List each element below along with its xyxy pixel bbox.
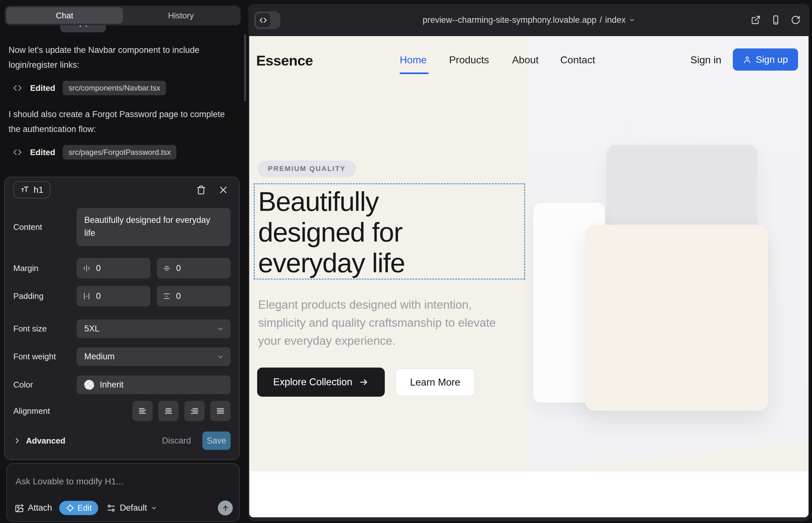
padding-x-value: 0 bbox=[96, 291, 101, 301]
selected-element-pill[interactable]: h1 bbox=[13, 181, 50, 198]
margin-y-input[interactable]: 0 bbox=[157, 258, 231, 278]
code-icon bbox=[259, 16, 267, 24]
refresh-icon[interactable] bbox=[791, 15, 800, 25]
chat-history-tabs: Chat History bbox=[5, 6, 241, 25]
tab-chat[interactable]: Chat bbox=[6, 7, 123, 24]
edited-label: Edited bbox=[30, 83, 55, 93]
explore-collection-button[interactable]: Explore Collection bbox=[257, 367, 385, 397]
color-label: Color bbox=[13, 380, 77, 390]
color-value: Inherit bbox=[100, 380, 124, 390]
discard-button[interactable]: Discard bbox=[162, 436, 191, 446]
tab-history[interactable]: History bbox=[123, 7, 240, 24]
color-select[interactable]: Inherit bbox=[77, 376, 231, 394]
edited-file-chip[interactable]: src/pages/ForgotPassword.tsx bbox=[63, 145, 176, 160]
padding-y-input[interactable]: 0 bbox=[157, 286, 231, 306]
explore-label: Explore Collection bbox=[273, 376, 352, 388]
app-root: Chat History Now let's update the Navbar… bbox=[0, 0, 812, 523]
learn-more-button[interactable]: Learn More bbox=[395, 368, 475, 396]
font-weight-select[interactable]: Medium bbox=[77, 347, 231, 366]
chevron-down-icon bbox=[151, 505, 157, 511]
editor-footer: Advanced Discard Save bbox=[5, 432, 239, 450]
chat-message: I should also create a Forgot Password p… bbox=[8, 107, 232, 137]
url-separator: / bbox=[600, 15, 602, 25]
arrow-up-icon bbox=[222, 504, 230, 512]
mobile-view-icon[interactable] bbox=[771, 15, 781, 25]
open-external-icon[interactable] bbox=[751, 15, 761, 25]
attach-button[interactable]: Attach bbox=[15, 503, 52, 513]
padding-label: Padding bbox=[13, 291, 77, 301]
save-button[interactable]: Save bbox=[202, 432, 231, 450]
padding-row: Padding 0 0 bbox=[5, 286, 239, 306]
nav-link-about[interactable]: About bbox=[512, 54, 539, 66]
edited-file-chip[interactable]: src/components/Navbar.tsx bbox=[63, 81, 166, 95]
margin-row: Margin 0 0 bbox=[5, 258, 239, 278]
close-icon bbox=[218, 185, 228, 195]
image-plus-icon bbox=[15, 503, 24, 513]
chat-sidebar: Chat History Now let's update the Navbar… bbox=[0, 0, 247, 523]
font-size-select[interactable]: 5XL bbox=[77, 320, 231, 338]
padding-vertical-icon bbox=[162, 292, 171, 301]
nav-link-home[interactable]: Home bbox=[400, 54, 427, 66]
font-weight-row: Font weight Medium bbox=[5, 347, 239, 366]
font-weight-value: Medium bbox=[84, 352, 114, 362]
align-right-icon bbox=[190, 406, 199, 416]
padding-x-input[interactable]: 0 bbox=[77, 286, 151, 306]
code-icon bbox=[13, 83, 22, 93]
content-label: Content bbox=[13, 222, 77, 232]
delete-element-button[interactable] bbox=[194, 183, 208, 197]
align-center-button[interactable] bbox=[158, 401, 179, 421]
mode-label: Default bbox=[120, 503, 147, 513]
content-row: Content Beautifully designed for everyda… bbox=[5, 208, 239, 246]
code-preview-toggle[interactable] bbox=[254, 12, 280, 29]
preview-browser-frame: preview--charming-site-symphony.lovable.… bbox=[248, 4, 810, 521]
target-icon bbox=[66, 504, 74, 512]
chevron-down-icon bbox=[217, 325, 224, 333]
chevron-right-icon bbox=[13, 437, 21, 445]
signin-link[interactable]: Sign in bbox=[690, 54, 721, 66]
close-editor-button[interactable] bbox=[216, 183, 231, 197]
send-button[interactable] bbox=[218, 501, 233, 516]
font-size-value: 5XL bbox=[84, 324, 100, 334]
align-center-icon bbox=[164, 406, 173, 416]
user-icon bbox=[743, 55, 752, 64]
padding-y-value: 0 bbox=[176, 291, 181, 301]
hero-graphic-cream-card bbox=[585, 225, 768, 411]
font-size-row: Font size 5XL bbox=[5, 320, 239, 338]
align-justify-icon bbox=[216, 406, 225, 416]
alignment-row: Alignment bbox=[5, 401, 239, 421]
typography-icon bbox=[20, 185, 30, 195]
code-toggle-knob[interactable] bbox=[255, 12, 271, 28]
nav-link-contact[interactable]: Contact bbox=[560, 54, 595, 66]
sliders-icon bbox=[106, 503, 116, 513]
attach-label: Attach bbox=[28, 503, 52, 513]
align-left-button[interactable] bbox=[133, 401, 153, 421]
sidebar-scrollbar[interactable] bbox=[244, 34, 246, 101]
hero-heading[interactable]: Beautifullydesigned foreveryday life bbox=[258, 186, 405, 278]
align-right-button[interactable] bbox=[184, 401, 205, 421]
advanced-label: Advanced bbox=[26, 436, 65, 446]
content-input[interactable]: Beautifully designed for everyday life bbox=[77, 208, 231, 246]
tab-history-label: History bbox=[168, 11, 194, 21]
url-bar[interactable]: preview--charming-site-symphony.lovable.… bbox=[423, 15, 635, 25]
nav-link-products[interactable]: Products bbox=[449, 54, 489, 66]
mode-select[interactable]: Default bbox=[106, 503, 157, 513]
element-tag-label: h1 bbox=[34, 185, 43, 195]
edit-mode-button[interactable]: Edit bbox=[59, 501, 99, 515]
site-viewport: Essence Home Products About Contact Sign… bbox=[249, 36, 809, 517]
margin-horizontal-icon bbox=[82, 264, 91, 273]
next-section-background bbox=[249, 471, 809, 517]
hero-paragraph: Elegant products designed with intention… bbox=[258, 296, 510, 350]
margin-x-input[interactable]: 0 bbox=[77, 258, 151, 278]
editor-header: h1 bbox=[5, 177, 239, 198]
align-justify-button[interactable] bbox=[210, 401, 231, 421]
margin-label: Margin bbox=[13, 264, 77, 273]
composer-input[interactable]: Ask Lovable to modify H1... bbox=[7, 464, 239, 487]
padding-horizontal-icon bbox=[82, 292, 91, 301]
color-swatch-transparent bbox=[84, 380, 94, 390]
site-logo[interactable]: Essence bbox=[256, 53, 313, 69]
signup-button[interactable]: Sign up bbox=[733, 49, 798, 71]
arrow-right-icon bbox=[359, 377, 369, 387]
chat-message: Now let's update the Navbar component to… bbox=[8, 43, 232, 72]
advanced-toggle[interactable]: Advanced bbox=[13, 436, 65, 446]
chevron-down-icon bbox=[629, 17, 635, 23]
